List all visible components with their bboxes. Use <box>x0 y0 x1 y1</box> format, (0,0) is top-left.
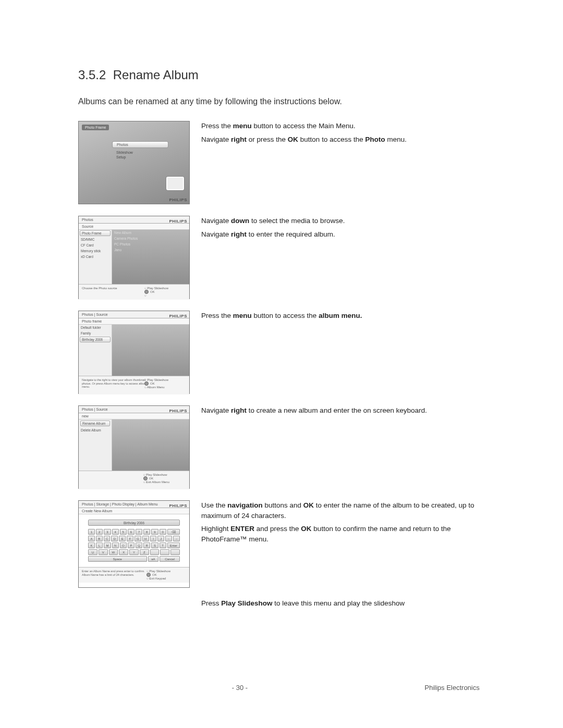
step-1: Photo Frame Photos Slideshow Setup PHILI… <box>78 121 485 204</box>
key-left: ← <box>165 536 172 541</box>
album-pc-photos: PC Photos <box>112 241 189 247</box>
ok-button-icon <box>143 476 148 480</box>
key-shift: aA <box>148 556 158 562</box>
key-l: L <box>96 542 103 548</box>
album-new-album: New Album <box>112 230 189 236</box>
album-family: Family <box>79 330 112 336</box>
menu-item-setup: Setup <box>112 155 168 159</box>
key-9: 9 <box>151 529 158 535</box>
key-blank3 <box>170 549 180 555</box>
menu-item-photos: Photos <box>112 141 168 148</box>
screenshot-main-menu: Photo Frame Photos Slideshow Setup PHILI… <box>78 121 190 204</box>
preview-thumbnail-icon <box>166 177 184 190</box>
content: 3.5.2 Rename Album Albums can be renamed… <box>78 68 485 607</box>
page-footer: - 30 - Philips Electronics <box>0 684 563 692</box>
key-f: F <box>127 536 133 541</box>
step-5: Photos | Storage | Photo Display | Album… <box>78 500 485 588</box>
key-t: T <box>160 542 166 548</box>
key-b: B <box>96 536 103 541</box>
footer-controls: ○ Play Slideshow OK ○ Exit Album Menu <box>143 473 169 484</box>
hdr-source: Source <box>79 224 189 230</box>
source-xd-card: xD Card <box>79 254 112 260</box>
key-r: R <box>143 542 150 548</box>
key-q: Q <box>136 542 142 548</box>
footer-controls: ○ Play Slideshow OK ○ <box>144 287 168 297</box>
hdr: Photos | Source <box>82 313 108 316</box>
key-0: 0 <box>160 529 166 535</box>
step-4: Photos | SourcePHILIPS new Rename Album … <box>78 405 485 489</box>
key-space: Space <box>88 556 147 562</box>
brand-logo: PHILIPS <box>169 198 187 202</box>
key-o: O <box>120 542 127 548</box>
key-blank2 <box>160 549 169 555</box>
key-d: D <box>111 536 118 541</box>
key-7: 7 <box>136 529 142 535</box>
key-c: C <box>104 536 111 541</box>
key-g: G <box>134 536 141 541</box>
key-e: E <box>119 536 126 541</box>
manual-page: 3.5.2 Rename Album Albums can be renamed… <box>0 0 563 728</box>
album-camera-photos: Camera Photos <box>112 236 189 241</box>
album-name-input: Birthday 2006 <box>88 520 180 526</box>
source-cf-card: CF Card <box>79 242 112 248</box>
step-2: PhotosPHILIPS Source Photo Frame SD/MMC … <box>78 216 485 299</box>
key-k: K <box>88 542 95 548</box>
key-1: 1 <box>88 529 95 535</box>
main-menu: Photos Slideshow Setup <box>112 141 168 159</box>
source-list: Photo Frame SD/MMC CF Card Memory stick … <box>79 230 112 284</box>
step-2-description: Navigate down to select the media to bro… <box>201 216 485 242</box>
album-column: New Album Camera Photos PC Photos Jano <box>112 230 189 284</box>
key-4: 4 <box>112 529 119 535</box>
step-3: Photos | SourcePHILIPS Photo frame Defau… <box>78 311 485 394</box>
key-cancel: Cancel <box>160 556 180 562</box>
screenshot-album-menu: Photos | SourcePHILIPS new Rename Album … <box>78 405 190 489</box>
section-heading: 3.5.2 Rename Album <box>78 68 485 82</box>
section-intro: Albums can be renamed at any time by fol… <box>78 97 485 106</box>
brand-logo: PHILIPS <box>169 502 187 510</box>
key-3: 3 <box>104 529 111 535</box>
key-a: A <box>88 536 95 541</box>
footer-hint: Enter an Album Name and press enter to c… <box>82 570 150 577</box>
right-pane <box>112 419 189 471</box>
key-6: 6 <box>128 529 134 535</box>
album-jano: Jano <box>112 247 189 253</box>
screenshot-keyboard: Photos | Storage | Photo Display | Album… <box>78 500 190 588</box>
brand-logo: PHILIPS <box>169 313 187 320</box>
section-number: 3.5.2 <box>78 68 106 82</box>
album-birthday-2006: Birthday 2006 <box>80 337 111 342</box>
key-n: N <box>112 542 119 548</box>
ok-button-icon <box>144 290 149 294</box>
key-x: X <box>119 549 128 555</box>
brand-logo: PHILIPS <box>169 408 187 415</box>
thumbnail-area <box>112 325 189 376</box>
menu-item-slideshow: Slideshow <box>112 150 168 155</box>
ok-button-icon <box>144 381 149 386</box>
key-w: W <box>109 549 118 555</box>
hdr: Photos | Storage | Photo Display | Album… <box>82 502 158 506</box>
key-s: S <box>151 542 158 548</box>
key-i: I <box>150 536 157 541</box>
key-2: 2 <box>96 529 103 535</box>
menu-rename-album: Rename Album <box>80 421 110 426</box>
step-5-description: Use the navigation buttons and OK to ent… <box>201 500 485 547</box>
section-title-text: Rename Album <box>113 68 199 82</box>
step-4-description: Navigate right to create a new album and… <box>201 405 485 419</box>
key-j: J <box>157 536 164 541</box>
ok-button-icon <box>146 573 151 577</box>
step-1-description: Press the menu button to access the Main… <box>201 121 485 147</box>
footer-hint: Navigate to the right to view your album… <box>82 378 150 389</box>
screenshot-source-list: PhotosPHILIPS Source Photo Frame SD/MMC … <box>78 216 190 299</box>
key-z: Z <box>140 549 149 555</box>
hdr: Photos | Source <box>82 408 108 411</box>
key-8: 8 <box>143 529 150 535</box>
hdr-photos: Photos <box>82 218 93 221</box>
menu-delete-album: Delete Album <box>79 427 112 433</box>
footer-controls: ○ Play Slideshow OK ○ Album Menu <box>144 378 168 389</box>
key-y: Y <box>129 549 139 555</box>
key-enter: Enter <box>167 542 180 548</box>
step-3-description: Press the menu button to access the albu… <box>201 311 485 324</box>
key-u: U <box>88 549 97 555</box>
source-photo-frame: Photo Frame <box>80 230 111 236</box>
key-h: H <box>142 536 149 541</box>
key-5: 5 <box>120 529 127 535</box>
